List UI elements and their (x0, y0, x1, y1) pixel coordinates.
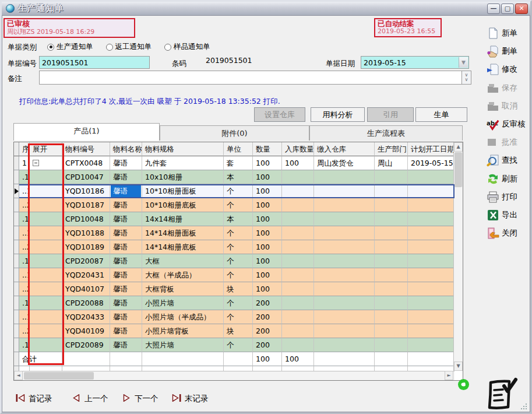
cell-unit: 套 (224, 156, 253, 170)
remark-label: 备注 (8, 74, 22, 84)
table-row[interactable]: ..2YQD40109馨语小照片墙背板块200 (14, 324, 455, 338)
cell-code: CPD20088 (62, 296, 110, 310)
horizontal-scrollbar[interactable]: ◄ ► (14, 371, 455, 380)
sidebar-button-print[interactable]: 打印 (487, 190, 531, 204)
collapse-minus-icon[interactable] (33, 160, 39, 166)
table-row[interactable]: .1CPD20088馨语小照片墙个200 (14, 296, 455, 310)
remark-input[interactable] (39, 71, 462, 85)
nav-label: 末记录 (185, 394, 209, 404)
cell-plan-date (408, 240, 455, 254)
cell-qty: 100 (253, 240, 282, 254)
cell-expand (30, 184, 62, 198)
table-row[interactable]: ..2YQD10189馨语14*14相册底板个100 (14, 240, 455, 254)
total-cell: 合计 (19, 352, 30, 366)
table-row[interactable]: ..1YQD10186馨语10*10相册面板个100 (14, 184, 455, 198)
sidebar-button-label: 修改 (502, 64, 517, 75)
cell-unit: 个 (224, 338, 253, 352)
row-indicator (14, 226, 19, 240)
scroll-left-icon[interactable]: ◄ (14, 371, 23, 380)
table-row[interactable]: ..1YQD20431馨语大框（半成品）个100 (14, 268, 455, 282)
vertical-scroll-thumb[interactable] (455, 152, 462, 187)
sidebar-button-new-doc[interactable]: 新单 (487, 26, 531, 40)
cell-plan-date: 2019-05-15 (408, 156, 455, 170)
sidebar-button-close-door[interactable]: 关闭 (487, 226, 531, 240)
table-row[interactable]: ..1YQD20433馨语小照片墙（半成品）个200 (14, 310, 455, 324)
doc-date-value: 2019-05-15 (364, 58, 406, 67)
table-row[interactable]: .1CPD20087馨语大框个100 (14, 254, 455, 268)
cell-name: 馨语 (110, 310, 142, 324)
cell-seq: .1 (19, 170, 30, 184)
remark-expand-icon[interactable]: ∨∨ (462, 71, 471, 85)
nav-prev-button[interactable]: 上一个 (72, 394, 108, 404)
cell-in-qty (282, 226, 314, 240)
maximize-button[interactable]: ▢ (501, 3, 514, 14)
sidebar-button-edit-doc[interactable]: 修改 (487, 62, 531, 76)
resize-grip[interactable] (520, 403, 527, 410)
cell-expand[interactable] (30, 156, 62, 170)
doc-date-input[interactable]: 2019-05-15 ▼ (361, 56, 469, 69)
cell-name: 馨语 (110, 226, 142, 240)
sidebar-button-refresh[interactable]: 刷新 (487, 172, 531, 186)
column-header: 物料名称 (110, 142, 142, 156)
sidebar-button-unapprove[interactable]: abc反审核 (487, 117, 531, 131)
nav-last-icon (172, 394, 181, 404)
cell-unit: 块 (224, 282, 253, 296)
horizontal-scroll-thumb[interactable] (24, 372, 94, 380)
cell-expand (30, 296, 62, 310)
sidebar-button-export[interactable]: 导出 (487, 208, 531, 222)
cell-code: YQD40109 (62, 324, 110, 338)
row-indicator (14, 212, 19, 226)
action-button-3[interactable]: 生单 (415, 107, 467, 122)
vertical-scrollbar[interactable]: ▲ ▼ (453, 142, 463, 371)
auto-close-stamp: 已自动结案 2019-05-23 16:55 (374, 18, 442, 37)
doc-no-input[interactable]: 2019051501 (39, 56, 150, 69)
cell-spec: 10x10相册 (142, 170, 224, 184)
radio-circle-icon[interactable] (106, 44, 113, 51)
approve-icon (487, 136, 499, 149)
sidebar-button-save: 保存 (487, 81, 531, 95)
table-row[interactable]: .1CPD10048馨语14x14相册本100 (14, 212, 455, 226)
cell-dept (375, 310, 408, 324)
scroll-up-icon[interactable]: ▲ (454, 142, 463, 152)
total-cell: 100 (282, 352, 314, 366)
nav-next-button[interactable]: 下一个 (122, 394, 158, 404)
doc-date-dropdown-icon[interactable]: ▼ (459, 57, 468, 68)
notepad-check-icon (483, 377, 518, 412)
table-row[interactable]: ..2YQD10187馨语10*10相册底板个100 (14, 198, 455, 212)
tab-0[interactable]: 产品(1) (13, 123, 160, 141)
scroll-right-icon[interactable]: ► (445, 371, 453, 380)
sidebar-button-label: 反审核 (502, 119, 526, 129)
radio-doc-type-0[interactable]: 生产通知单 (47, 42, 93, 52)
cell-code: YQD10186 (62, 184, 110, 198)
sidebar-button-search[interactable]: 查找 (487, 153, 531, 167)
close-button[interactable]: ✕ (515, 3, 528, 14)
table-row[interactable]: .1CPD20089馨语大照片墙个200 (14, 338, 455, 352)
sidebar-button-delete-doc[interactable]: 删单 (487, 44, 531, 58)
window-title: 生产通知单 (18, 3, 65, 14)
table-row[interactable]: 1CPTX0048馨语九件套套100100周山发货仓周山2019-05-15 (14, 156, 455, 170)
cell-seq: .1 (19, 212, 30, 226)
cell-expand (30, 240, 62, 254)
radio-doc-type-1[interactable]: 返工通知单 (106, 42, 152, 52)
sidebar-button-label: 批准 (502, 137, 517, 148)
sidebar-button-label: 关闭 (502, 228, 517, 238)
cell-in-qty (282, 268, 314, 282)
nav-first-button[interactable]: 首记录 (16, 394, 52, 404)
tab-1[interactable]: 附件(0) (160, 125, 309, 141)
cell-dept (375, 226, 408, 240)
tab-2[interactable]: 生产流程表 (309, 125, 463, 141)
cell-expand (30, 212, 62, 226)
nav-last-button[interactable]: 末记录 (172, 394, 209, 404)
action-button-1[interactable]: 用料分析 (311, 107, 365, 122)
minimize-button[interactable]: — (487, 3, 500, 14)
cell-in-qty (282, 282, 314, 296)
scroll-down-icon[interactable]: ▼ (454, 362, 463, 371)
radio-circle-icon[interactable] (164, 44, 171, 51)
table-row[interactable]: ..2YQD40107馨语大框背板块100 (14, 282, 455, 296)
cell-plan-date (408, 184, 455, 198)
column-header: 数量 (253, 142, 282, 156)
radio-circle-icon[interactable] (47, 44, 54, 51)
table-row[interactable]: .1CPD10047馨语10x10相册本100 (14, 170, 455, 184)
table-row[interactable]: ..1YQD10188馨语14*14相册面板个100 (14, 226, 455, 240)
radio-doc-type-2[interactable]: 样品通知单 (164, 42, 210, 52)
